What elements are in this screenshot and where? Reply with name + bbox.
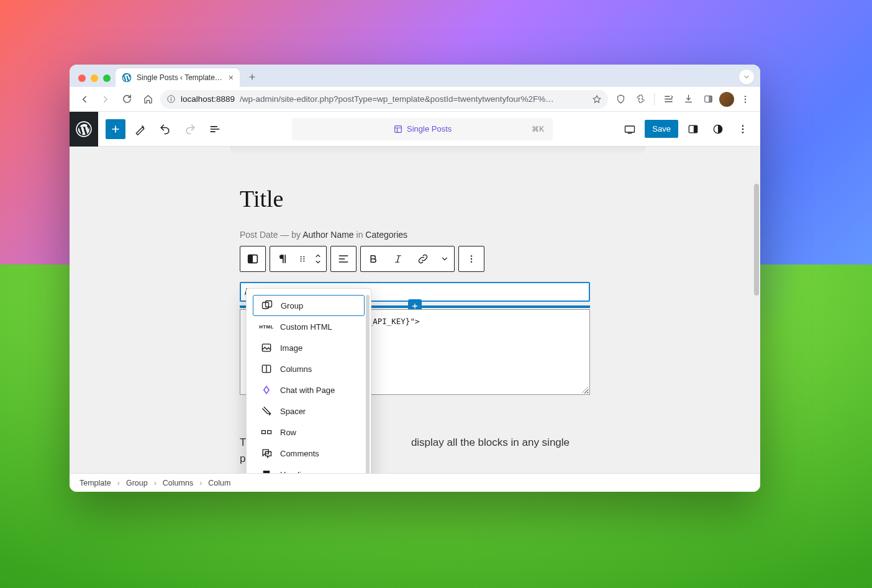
svg-rect-9 — [625, 126, 635, 132]
popover-scrollbar[interactable] — [366, 295, 370, 475]
autocomplete-option-group[interactable]: Group — [253, 295, 365, 316]
shield-icon[interactable] — [612, 91, 629, 108]
reload-button[interactable] — [118, 91, 135, 108]
spacer-icon — [260, 405, 273, 417]
autocomplete-option-chat[interactable]: Chat with Page — [253, 379, 365, 400]
side-panel-icon[interactable] — [699, 91, 717, 108]
more-richtext-button[interactable] — [435, 247, 454, 271]
row-icon — [260, 426, 273, 438]
block-options-button[interactable] — [459, 247, 484, 271]
template-icon — [393, 124, 403, 134]
drag-handle-icon[interactable] — [295, 247, 310, 271]
downloads-icon[interactable] — [679, 91, 697, 108]
move-updown-button[interactable] — [310, 247, 326, 271]
autocomplete-option-comments[interactable]: Comments — [253, 443, 365, 464]
chrome-tab-strip: Single Posts ‹ Template ‹ Wo × — [70, 65, 760, 87]
autocomplete-option-row[interactable]: Row — [253, 422, 365, 443]
svg-point-24 — [471, 255, 472, 256]
breadcrumb-item[interactable]: Colum — [208, 479, 230, 487]
breadcrumb-item[interactable]: Group — [126, 479, 148, 487]
browser-tab[interactable]: Single Posts ‹ Template ‹ Wo × — [116, 68, 240, 87]
browser-window: Single Posts ‹ Template ‹ Wo × localhost… — [70, 65, 760, 492]
italic-button[interactable] — [386, 247, 411, 271]
autocomplete-option-spacer[interactable]: Spacer — [253, 400, 365, 422]
align-button[interactable] — [331, 247, 356, 271]
post-title[interactable]: Title — [240, 185, 590, 212]
options-button[interactable] — [733, 119, 753, 139]
chrome-toolbar: localhost:8889/wp-admin/site-editor.php?… — [70, 87, 760, 112]
reading-list-icon[interactable] — [660, 91, 677, 108]
block-type-button[interactable] — [240, 247, 265, 271]
link-button[interactable] — [411, 247, 435, 271]
svg-rect-32 — [268, 431, 271, 434]
svg-point-19 — [303, 256, 304, 257]
bookmark-icon[interactable] — [592, 94, 602, 104]
svg-rect-11 — [694, 125, 697, 133]
document-switcher[interactable]: Single Posts ⌘K — [292, 118, 553, 140]
close-window-button[interactable] — [78, 75, 86, 82]
close-tab-icon[interactable]: × — [229, 73, 234, 83]
comments-icon — [260, 447, 273, 459]
chevron-right-icon: › — [117, 479, 120, 487]
svg-point-14 — [742, 128, 744, 130]
svg-point-21 — [303, 258, 304, 260]
tabs-overflow-button[interactable] — [739, 70, 754, 84]
html-icon: HTML — [260, 320, 273, 333]
autocomplete-option-custom-html[interactable]: HTML Custom HTML — [253, 316, 365, 337]
svg-point-25 — [471, 258, 472, 260]
extensions-icon[interactable] — [632, 91, 649, 108]
block-inserter-button[interactable] — [106, 119, 125, 139]
svg-point-22 — [301, 260, 302, 261]
bold-button[interactable] — [361, 247, 386, 271]
svg-point-5 — [745, 98, 746, 99]
nav-back-button[interactable] — [76, 91, 93, 108]
nav-forward-button[interactable] — [97, 91, 114, 108]
wordpress-icon — [122, 73, 132, 83]
autocomplete-option-columns[interactable]: Columns — [253, 358, 365, 379]
chrome-menu-icon[interactable] — [737, 91, 754, 108]
block-toolbar — [240, 246, 590, 272]
svg-rect-3 — [709, 96, 712, 102]
svg-point-23 — [303, 260, 304, 261]
paragraph-icon[interactable] — [270, 247, 295, 271]
post-meta: Post Date — by Author Name in Categories — [240, 230, 590, 240]
svg-point-13 — [742, 125, 744, 127]
document-title: Single Posts — [407, 124, 452, 133]
site-info-icon[interactable] — [166, 94, 176, 104]
view-button[interactable] — [620, 119, 640, 139]
url-host: localhost:8889 — [181, 94, 235, 104]
svg-rect-17 — [248, 255, 253, 263]
address-bar[interactable]: localhost:8889/wp-admin/site-editor.php?… — [160, 90, 608, 109]
settings-panel-button[interactable] — [683, 119, 703, 139]
resize-handle-icon[interactable] — [582, 387, 588, 393]
svg-point-15 — [742, 131, 744, 133]
window-traffic-lights — [76, 75, 116, 87]
block-autocomplete-popover: Group HTML Custom HTML Image Columns Cha… — [246, 288, 371, 488]
image-icon — [260, 341, 273, 354]
chevron-right-icon: › — [154, 479, 157, 487]
breadcrumb-item[interactable]: Template — [79, 479, 111, 487]
wordpress-logo[interactable] — [70, 112, 98, 147]
list-view-button[interactable] — [205, 119, 225, 139]
breadcrumb-item[interactable]: Columns — [163, 479, 193, 487]
redo-button[interactable] — [180, 119, 200, 139]
zoom-window-button[interactable] — [103, 75, 111, 82]
profile-avatar[interactable] — [719, 92, 734, 107]
svg-rect-8 — [395, 125, 402, 132]
columns-icon — [260, 363, 273, 375]
command-shortcut: ⌘K — [532, 125, 544, 133]
svg-point-20 — [301, 258, 302, 260]
styles-button[interactable] — [708, 119, 728, 139]
chevron-right-icon: › — [199, 479, 202, 487]
editor-header: Single Posts ⌘K Save — [70, 112, 760, 147]
undo-button[interactable] — [155, 119, 175, 139]
tools-button[interactable] — [130, 119, 150, 139]
new-tab-button[interactable] — [243, 68, 261, 86]
block-breadcrumb: Template › Group › Columns › Colum — [70, 473, 760, 492]
group-icon — [261, 299, 273, 312]
autocomplete-option-image[interactable]: Image — [253, 337, 365, 358]
save-button[interactable]: Save — [645, 120, 678, 138]
home-button[interactable] — [139, 91, 157, 108]
minimize-window-button[interactable] — [91, 75, 98, 82]
svg-rect-29 — [262, 344, 270, 351]
